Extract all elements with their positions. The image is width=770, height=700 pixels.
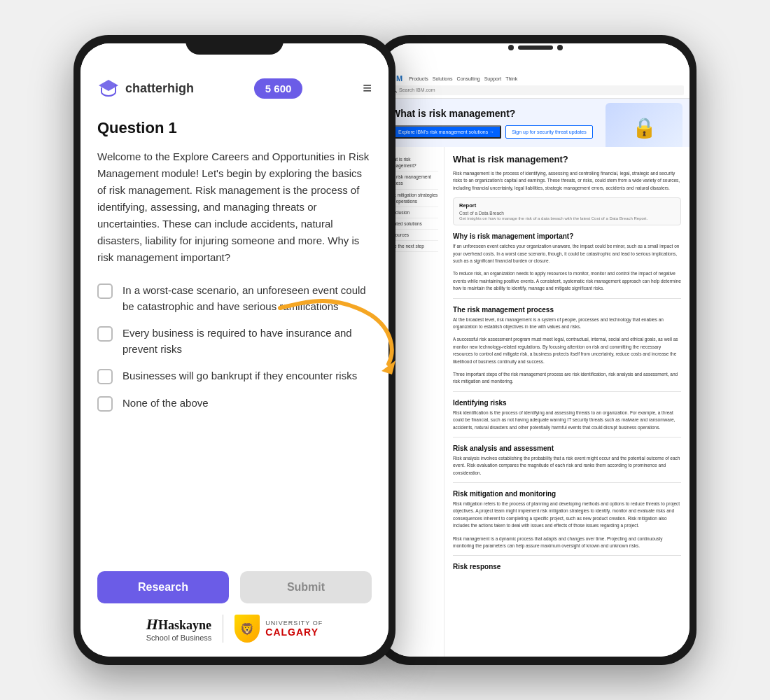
points-badge: 5 600 (254, 78, 303, 99)
scene: chatterhigh 5 600 ≡ Question 1 Welcome t… (0, 0, 770, 700)
checkbox-2[interactable] (97, 326, 113, 342)
camera-dot-2 (557, 45, 563, 50)
web-article-intro: Risk management is the process of identi… (453, 170, 681, 192)
ucalgary-logo: 🦁 University of Calgary (234, 615, 323, 643)
camera-dot (508, 45, 514, 50)
section2-text3: Three important steps of the risk manage… (453, 371, 681, 386)
sub2-title: Risk analysis and assessment (453, 444, 681, 452)
option-text-1: In a worst-case scenario, an unforeseen … (122, 283, 372, 314)
web-topbar: IBM Products Solutions Consulting Suppor… (382, 43, 690, 99)
section2-text1: At the broadest level, risk management i… (453, 316, 681, 331)
sub2-text: Risk analysis involves establishing the … (453, 455, 681, 477)
sub3-text2: Risk management is a dynamic process tha… (453, 536, 681, 550)
web-card-text: Cost of a Data BreachGet insights on how… (459, 211, 675, 220)
ucalgary-name: Calgary (265, 626, 323, 638)
section1-text2: To reduce risk, an organization needs to… (453, 270, 681, 292)
left-phone: chatterhigh 5 600 ≡ Question 1 Welcome t… (74, 35, 396, 665)
web-card-title: Report (459, 202, 675, 209)
right-phone: IBM Products Solutions Consulting Suppor… (374, 35, 696, 665)
web-article: What is risk management? Risk management… (444, 147, 690, 657)
section1-title: Why is risk management important? (453, 232, 681, 240)
sub4-title: Risk response (453, 563, 681, 570)
sub1-text: Risk identification is the process of id… (453, 410, 681, 431)
app-body: Question 1 Welcome to the Explore Career… (80, 108, 388, 563)
checkbox-4[interactable] (97, 396, 113, 412)
web-content: IBM Products Solutions Consulting Suppor… (382, 43, 690, 657)
web-search-bar[interactable]: 🔍 Search IBM.com (387, 85, 684, 95)
web-hero: What is risk management? 🔒 Explore IBM's… (382, 99, 690, 147)
option-item: Every business is required to have insur… (97, 326, 372, 357)
sub1-title: Identifying risks (453, 399, 681, 407)
web-article-title: What is risk management? (453, 154, 681, 166)
divider-4 (453, 482, 681, 483)
question-text: Welcome to the Explore Careers and Oppor… (97, 148, 372, 266)
sub3-text: Risk mitigation refers to the process of… (453, 500, 681, 530)
menu-icon[interactable]: ≡ (363, 79, 372, 97)
section2-title: The risk management process (453, 306, 681, 314)
divider-5 (453, 555, 681, 556)
haskayne-name: HHaskayne (146, 615, 211, 634)
checkbox-3[interactable] (97, 369, 113, 384)
right-phone-camera (508, 45, 563, 50)
svg-point-0 (115, 85, 117, 87)
section2-text2: A successful risk assessment program mus… (453, 336, 681, 365)
ucalgary-univ: University of (265, 620, 323, 626)
question-title: Question 1 (97, 119, 372, 137)
divider-1 (453, 298, 681, 299)
speaker-pill (518, 46, 553, 50)
option-item: None of the above (97, 396, 372, 412)
web-hero-title: What is risk management? (391, 107, 550, 120)
graduation-cap-icon (97, 77, 120, 99)
option-item: In a worst-case scenario, an unforeseen … (97, 283, 372, 314)
section1-text1: If an unforeseen event catches your orga… (453, 243, 681, 265)
left-phone-notch (186, 35, 284, 55)
cta-newsletter-button[interactable]: Sign up for security threat updates (505, 125, 593, 139)
web-nav-items: Products Solutions Consulting Support Th… (409, 76, 517, 81)
logo-area: chatterhigh (97, 77, 194, 99)
research-button[interactable]: Research (97, 571, 229, 603)
submit-button[interactable]: Submit (240, 571, 372, 603)
haskayne-h-icon: H (146, 615, 158, 633)
nav-consulting[interactable]: Consulting (457, 76, 480, 81)
checkbox-1[interactable] (97, 284, 113, 299)
cta-explore-button[interactable]: Explore IBM's risk management solutions … (391, 125, 501, 139)
option-text-2: Every business is required to have insur… (122, 326, 372, 357)
option-item: Businesses will go bankrupt if they enco… (97, 368, 372, 384)
haskayne-logo: HHaskayne School of Business (146, 615, 212, 642)
divider-3 (453, 437, 681, 438)
web-hero-image: 🔒 (606, 103, 682, 147)
logo-text: chatterhigh (125, 81, 194, 96)
app-content: chatterhigh 5 600 ≡ Question 1 Welcome t… (80, 43, 388, 657)
action-buttons: Research Submit (97, 571, 372, 603)
left-phone-screen: chatterhigh 5 600 ≡ Question 1 Welcome t… (80, 43, 388, 657)
option-text-4: None of the above (122, 396, 209, 412)
logos-row: HHaskayne School of Business 🦁 Universit… (146, 615, 323, 643)
web-card-cost: Report Cost of a Data BreachGet insights… (453, 197, 681, 225)
right-phone-screen: IBM Products Solutions Consulting Suppor… (382, 43, 690, 657)
nav-think[interactable]: Think (505, 76, 517, 81)
ucalgary-shield-icon: 🦁 (234, 615, 260, 643)
haskayne-sub: School of Business (146, 634, 212, 642)
nav-products[interactable]: Products (409, 76, 428, 81)
sub3-title: Risk mitigation and monitoring (453, 490, 681, 498)
web-nav-row: IBM Products Solutions Consulting Suppor… (387, 74, 684, 83)
nav-solutions[interactable]: Solutions (433, 76, 453, 81)
logo-divider (223, 615, 223, 643)
app-footer: Research Submit HHaskayne School of Busi… (80, 563, 388, 657)
options-list: In a worst-case scenario, an unforeseen … (97, 283, 372, 412)
nav-support[interactable]: Support (484, 76, 502, 81)
divider-2 (453, 391, 681, 392)
option-text-3: Businesses will go bankrupt if they enco… (122, 368, 357, 384)
search-placeholder: 🔍 Search IBM.com (391, 88, 435, 93)
web-main: What is risk management? The risk manage… (382, 147, 690, 657)
ucalgary-text-wrap: University of Calgary (265, 620, 323, 638)
haskayne-name-text: Haskayne (158, 618, 211, 632)
